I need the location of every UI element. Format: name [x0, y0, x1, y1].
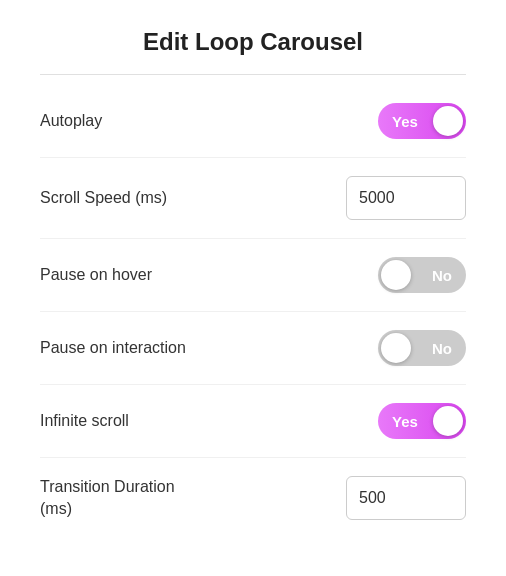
pause-hover-row: Pause on hover No [40, 239, 466, 312]
pause-hover-toggle-label: No [432, 267, 452, 284]
autoplay-row: Autoplay Yes [40, 85, 466, 158]
pause-hover-toggle[interactable]: No [378, 257, 466, 293]
infinite-scroll-label: Infinite scroll [40, 412, 129, 430]
infinite-scroll-toggle-knob [433, 406, 463, 436]
autoplay-toggle-label: Yes [392, 113, 418, 130]
pause-interaction-toggle-label: No [432, 340, 452, 357]
infinite-scroll-toggle-label: Yes [392, 413, 418, 430]
scroll-speed-label: Scroll Speed (ms) [40, 189, 167, 207]
infinite-scroll-toggle[interactable]: Yes [378, 403, 466, 439]
scroll-speed-row: Scroll Speed (ms) [40, 158, 466, 239]
transition-duration-label: Transition Duration(ms) [40, 476, 175, 521]
scroll-speed-input[interactable] [346, 176, 466, 220]
pause-interaction-toggle[interactable]: No [378, 330, 466, 366]
autoplay-label: Autoplay [40, 112, 102, 130]
autoplay-toggle[interactable]: Yes [378, 103, 466, 139]
pause-interaction-row: Pause on interaction No [40, 312, 466, 385]
pause-interaction-label: Pause on interaction [40, 339, 186, 357]
pause-hover-toggle-knob [381, 260, 411, 290]
page-title: Edit Loop Carousel [40, 28, 466, 56]
title-section: Edit Loop Carousel [40, 0, 466, 75]
transition-duration-row: Transition Duration(ms) [40, 458, 466, 539]
transition-duration-input[interactable] [346, 476, 466, 520]
pause-interaction-toggle-knob [381, 333, 411, 363]
main-container: Edit Loop Carousel Autoplay Yes Scroll S… [0, 0, 506, 576]
infinite-scroll-row: Infinite scroll Yes [40, 385, 466, 458]
pause-hover-label: Pause on hover [40, 266, 152, 284]
autoplay-toggle-knob [433, 106, 463, 136]
